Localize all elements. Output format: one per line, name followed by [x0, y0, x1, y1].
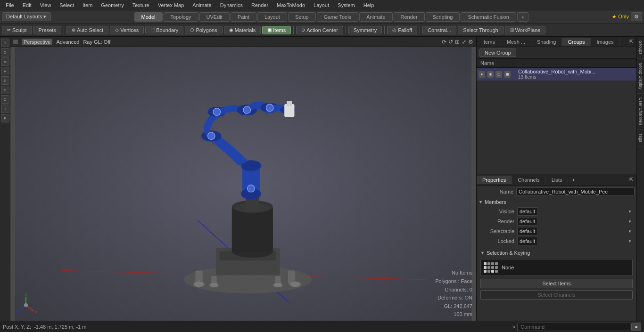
props-tab-lists[interactable]: Lists	[546, 176, 569, 184]
menu-geometry[interactable]: Geometry	[97, 1, 127, 9]
viewport-ctrl-rotate[interactable]: ⟳	[442, 39, 446, 45]
viewport-advanced-label[interactable]: Advanced	[56, 39, 79, 45]
rv-tab-group-display[interactable]: Group Display	[637, 59, 644, 94]
viewport-ctrl-maximize[interactable]: ⤢	[462, 39, 466, 45]
presets-button[interactable]: Presets	[33, 26, 61, 34]
tab-schematic-fusion[interactable]: Schematic Fusion	[461, 12, 516, 22]
action-center-button[interactable]: ⊙Action Center	[296, 26, 343, 34]
constraints-button[interactable]: Constrai...	[422, 26, 456, 34]
command-area: > ●	[512, 323, 641, 331]
left-tool-2[interactable]: D	[1, 48, 9, 57]
col-name-header: Name	[480, 60, 494, 66]
symmetry-button[interactable]: Symmetry	[348, 26, 382, 34]
rp-tab-mesh[interactable]: Mesh ...	[501, 38, 531, 46]
tab-render[interactable]: Render	[394, 12, 425, 22]
rp-tab-items[interactable]: Items	[477, 38, 501, 46]
rp-tab-groups[interactable]: Groups	[562, 38, 591, 46]
menu-file[interactable]: File	[2, 1, 18, 9]
material-icon: ◉	[229, 27, 233, 32]
tab-add[interactable]: +	[517, 12, 528, 22]
group-lock-icon[interactable]: ◻	[495, 71, 502, 78]
menu-select[interactable]: Select	[56, 1, 78, 9]
menu-help[interactable]: Help	[360, 1, 378, 9]
tab-layout[interactable]: Layout	[257, 12, 287, 22]
select-through-button[interactable]: Select Through	[458, 26, 503, 34]
props-tab-properties[interactable]: Properties	[477, 176, 512, 184]
items-button[interactable]: ▣Items	[262, 26, 291, 34]
group-eye-icon[interactable]: ●	[479, 71, 485, 78]
selectable-select[interactable]: default	[517, 227, 538, 235]
group-item[interactable]: ● ◉ ◻ ◼ Collaborative_Robot_with_Mobi...…	[477, 68, 636, 81]
menu-edit[interactable]: Edit	[19, 1, 35, 9]
boundary-button[interactable]: ⬚Boundary	[145, 26, 183, 34]
viewport-ctrl-settings[interactable]: ⚙	[468, 39, 473, 45]
rv-tab-user-channels[interactable]: User Channels	[637, 94, 644, 130]
viewport-perspective-label[interactable]: Perspective	[22, 39, 52, 45]
select-items-button[interactable]: Select Items	[480, 279, 633, 288]
left-tool-9[interactable]: F	[1, 114, 9, 122]
left-tool-3[interactable]: M	[1, 57, 9, 66]
auto-select-button[interactable]: ⊕Auto Select	[66, 26, 108, 34]
viewport-canvas[interactable]: No Items Polygons : Face Channels: 0 Def…	[10, 47, 476, 321]
left-tool-5[interactable]: E	[1, 76, 9, 85]
sel-dot-10	[487, 270, 490, 273]
left-tool-1[interactable]: D	[1, 39, 9, 47]
tab-uvedit[interactable]: UVEdit	[199, 12, 230, 22]
tab-paint[interactable]: Paint	[231, 12, 256, 22]
rp-tab-shading[interactable]: Shading	[531, 38, 562, 46]
viewport-dot[interactable]	[13, 40, 18, 44]
props-tab-channels[interactable]: Channels	[512, 176, 545, 184]
group-sel-icon[interactable]: ◼	[504, 71, 511, 78]
viewport-ray-gl-label[interactable]: Ray GL: Off	[83, 39, 110, 45]
menu-maxtomodo[interactable]: MaxToModo	[273, 1, 309, 9]
render-select[interactable]: default	[517, 217, 538, 226]
tab-topology[interactable]: Topology	[164, 12, 198, 22]
prop-name-row: Name	[479, 187, 635, 196]
svg-point-31	[248, 185, 255, 192]
left-tool-8[interactable]: U	[1, 105, 9, 113]
group-render-icon[interactable]: ◉	[487, 71, 494, 78]
layout-dropdown[interactable]: Default Layouts ▾	[2, 12, 51, 21]
tab-game-tools[interactable]: Game Tools	[317, 12, 359, 22]
tab-setup[interactable]: Setup	[288, 12, 316, 22]
props-tab-add[interactable]: +	[568, 176, 578, 184]
props-expand[interactable]: ⇱	[627, 175, 636, 184]
left-tool-7[interactable]: C	[1, 95, 9, 104]
viewport-ctrl-fit[interactable]: ⊞	[455, 39, 460, 45]
new-group-button[interactable]: New Group	[479, 49, 516, 57]
left-tool-6[interactable]: P	[1, 86, 9, 94]
falloff-button[interactable]: ◎Falloff	[387, 26, 417, 34]
gear-button[interactable]: ⚙	[631, 12, 642, 21]
cmd-go-button[interactable]: ●	[631, 323, 641, 331]
menu-animate[interactable]: Animate	[189, 1, 215, 9]
command-input[interactable]	[517, 323, 630, 331]
viewport-ctrl-reset[interactable]: ↺	[448, 39, 453, 45]
menu-texture[interactable]: Texture	[129, 1, 153, 9]
locked-select[interactable]: default	[517, 237, 538, 245]
left-tool-4[interactable]: V	[1, 67, 9, 75]
members-section-header[interactable]: ▼ Members	[479, 198, 635, 206]
rp-tab-images[interactable]: Images	[591, 38, 619, 46]
sculpt-button[interactable]: ✏Sculpt	[2, 26, 32, 34]
polygons-button[interactable]: ⬡Polygons	[185, 26, 222, 34]
menu-item[interactable]: Item	[79, 1, 96, 9]
menu-dynamics[interactable]: Dynamics	[216, 1, 247, 9]
menu-system[interactable]: System	[334, 1, 359, 9]
viewport-area[interactable]: Perspective Advanced Ray GL: Off ⟳ ↺ ⊞ ⤢…	[10, 37, 476, 321]
tab-model[interactable]: Model	[134, 12, 163, 22]
materials-button[interactable]: ◉Materials	[224, 26, 261, 34]
sel-keying-header[interactable]: ▼ Selection & Keying	[480, 249, 633, 257]
menu-view[interactable]: View	[36, 1, 55, 9]
tab-animate[interactable]: Animate	[359, 12, 392, 22]
workplane-button[interactable]: ⊞WorkPlane	[505, 26, 546, 34]
rp-expand-button[interactable]: ⇱	[627, 38, 636, 46]
rv-tab-tags[interactable]: Tags	[637, 130, 644, 146]
visible-select[interactable]: default	[517, 207, 538, 216]
menu-vertex-map[interactable]: Vertex Map	[154, 1, 188, 9]
tab-scripting[interactable]: Scripting	[426, 12, 460, 22]
name-input[interactable]	[516, 187, 635, 196]
menu-layout[interactable]: Layout	[310, 1, 333, 9]
menu-render[interactable]: Render	[248, 1, 272, 9]
vertices-button[interactable]: ◇Vertices	[110, 26, 144, 34]
rv-tab-groups[interactable]: Groups	[637, 37, 644, 59]
